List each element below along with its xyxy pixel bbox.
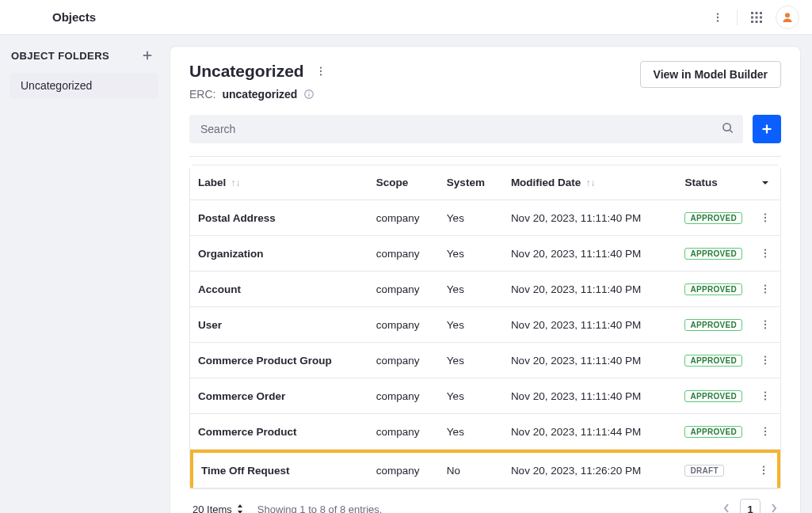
svg-point-41 (764, 395, 766, 397)
cell-modified: Nov 20, 2023, 11:11:40 PM (503, 200, 677, 236)
row-actions-button[interactable] (750, 450, 780, 488)
info-icon[interactable] (303, 89, 315, 100)
svg-rect-5 (760, 12, 762, 14)
svg-point-26 (764, 217, 766, 218)
row-actions-button[interactable] (750, 343, 780, 378)
row-actions-button[interactable] (750, 414, 780, 450)
cell-status: APPROVED (677, 378, 750, 414)
cell-status: APPROVED (677, 414, 750, 450)
svg-point-34 (764, 320, 766, 321)
ellipsis-v-icon (760, 283, 771, 294)
svg-point-31 (764, 284, 766, 286)
cell-label[interactable]: Commerce Order (190, 378, 368, 414)
row-actions-button[interactable] (750, 307, 780, 343)
table-row[interactable]: Postal AddresscompanyYesNov 20, 2023, 11… (190, 200, 780, 236)
ellipsis-v-icon (760, 426, 771, 437)
cell-modified: Nov 20, 2023, 11:11:40 PM (503, 236, 677, 272)
cell-system: Yes (439, 272, 503, 307)
add-folder-button[interactable] (138, 46, 157, 65)
cell-modified: Nov 20, 2023, 11:11:44 PM (503, 414, 677, 450)
svg-point-15 (320, 66, 322, 68)
status-badge: APPROVED (684, 248, 742, 260)
svg-point-46 (763, 466, 764, 467)
svg-point-21 (723, 124, 730, 131)
row-actions-button[interactable] (750, 200, 780, 236)
cell-scope: company (368, 272, 439, 307)
items-per-page[interactable]: 20 Items (193, 504, 243, 514)
panel: Uncategorized ERC: uncategorized View in… (170, 46, 801, 513)
col-actions[interactable] (750, 165, 780, 200)
cell-label[interactable]: Account (190, 272, 368, 307)
cell-status: DRAFT (677, 450, 750, 488)
plus-icon (142, 50, 153, 61)
search-icon (722, 122, 734, 136)
table-row[interactable]: OrganizationcompanyYesNov 20, 2023, 11:1… (190, 236, 780, 272)
ellipsis-v-icon (712, 12, 723, 23)
next-page[interactable] (770, 503, 778, 514)
page-summary: Showing 1 to 8 of 8 entries. (257, 504, 383, 514)
row-actions-button[interactable] (750, 378, 780, 414)
cell-modified: Nov 20, 2023, 11:11:40 PM (503, 378, 677, 414)
cell-scope: company (368, 450, 439, 488)
cell-label[interactable]: Organization (190, 236, 368, 272)
sort-icon: ↑↓ (585, 177, 595, 188)
view-model-builder-button[interactable]: View in Model Builder (640, 61, 781, 88)
status-badge: APPROVED (684, 355, 742, 367)
cell-modified: Nov 20, 2023, 11:11:40 PM (503, 307, 677, 343)
plus-icon (761, 123, 773, 135)
cell-scope: company (368, 378, 439, 414)
svg-point-25 (764, 213, 766, 215)
sidebar-title: OBJECT FOLDERS (11, 50, 109, 62)
table-row[interactable]: Commerce OrdercompanyYesNov 20, 2023, 11… (190, 378, 780, 414)
ellipsis-v-icon (760, 355, 771, 366)
search-input[interactable] (189, 115, 743, 143)
objects-table: Label↑↓ Scope System Modified Date↑↓ Sta… (189, 165, 781, 489)
svg-point-1 (717, 16, 719, 17)
cell-label[interactable]: Commerce Product Group (190, 343, 368, 378)
status-badge: APPROVED (684, 390, 742, 402)
cell-scope: company (368, 200, 439, 236)
svg-point-45 (764, 434, 766, 435)
svg-point-43 (764, 427, 766, 428)
avatar[interactable] (776, 6, 799, 29)
row-actions-button[interactable] (750, 272, 780, 307)
grid-icon (750, 11, 763, 24)
ellipsis-v-icon (760, 212, 771, 223)
table-row[interactable]: Commerce ProductcompanyYesNov 20, 2023, … (190, 414, 780, 450)
svg-point-2 (717, 20, 719, 21)
panel-actions-button[interactable] (311, 61, 331, 82)
cell-scope: company (368, 236, 439, 272)
cell-label[interactable]: Time Off Request (190, 450, 368, 488)
col-status[interactable]: Status (677, 165, 750, 200)
prev-page[interactable] (722, 503, 730, 514)
add-object-button[interactable] (753, 115, 781, 143)
caret-down-icon (761, 179, 769, 187)
col-label[interactable]: Label↑↓ (190, 165, 368, 200)
cell-label[interactable]: Postal Address (190, 200, 368, 236)
erc-value: uncategorized (222, 88, 297, 101)
svg-point-0 (717, 13, 719, 14)
sidebar-item[interactable]: Uncategorized (10, 73, 158, 98)
table-row[interactable]: UsercompanyYesNov 20, 2023, 11:11:40 PMA… (190, 307, 780, 343)
table-row[interactable]: AccountcompanyYesNov 20, 2023, 11:11:40 … (190, 272, 780, 307)
cell-label[interactable]: Commerce Product (190, 414, 368, 450)
table-row[interactable]: Commerce Product GroupcompanyYesNov 20, … (190, 343, 780, 378)
svg-line-22 (730, 130, 732, 132)
global-actions-button[interactable] (705, 5, 730, 30)
col-scope[interactable]: Scope (368, 165, 439, 200)
current-page[interactable]: 1 (740, 499, 761, 513)
col-modified[interactable]: Modified Date↑↓ (503, 165, 677, 200)
app-grid-button[interactable] (744, 5, 769, 30)
cell-label[interactable]: User (190, 307, 368, 343)
erc-line: ERC: uncategorized (189, 88, 331, 101)
svg-rect-6 (751, 16, 753, 18)
svg-point-47 (763, 469, 764, 471)
sort-icon: ↑↓ (231, 177, 240, 188)
row-actions-button[interactable] (750, 236, 780, 272)
ellipsis-v-icon (758, 465, 769, 476)
table-row[interactable]: Time Off RequestcompanyNoNov 20, 2023, 1… (190, 450, 780, 488)
chevron-right-icon (770, 503, 778, 514)
svg-point-12 (785, 13, 790, 17)
col-system[interactable]: System (439, 165, 503, 200)
svg-rect-10 (756, 21, 758, 23)
